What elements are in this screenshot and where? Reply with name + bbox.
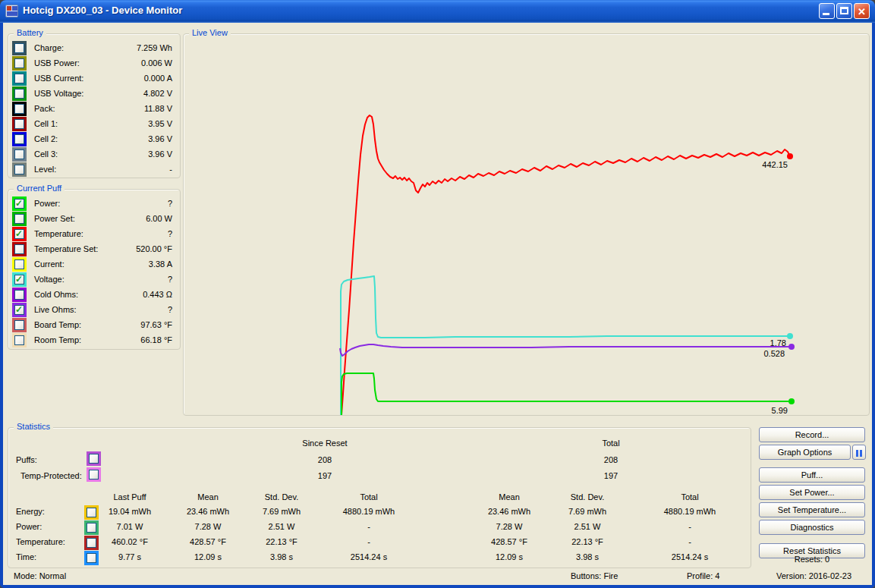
series-checkbox[interactable] [12,132,27,146]
legend-row: Cell 1:3.95 V [11,117,177,132]
checkbox-box [89,470,99,480]
legend-value: ? [168,275,172,284]
counter-label: Puffs: [16,455,37,464]
maximize-button[interactable] [836,3,852,19]
legend-value: 0.006 W [141,58,172,68]
stat-column-header: Total [652,492,728,502]
legend-row: USB Power:0.006 W [11,56,177,71]
diagnostics-button[interactable]: Diagnostics [759,520,865,535]
legend-label: Current: [34,259,65,269]
stat-cell: 7.69 mWh [236,507,327,516]
series-checkbox[interactable]: ✓ [12,303,27,317]
series-checkbox[interactable]: ✓ [12,227,27,241]
checkbox-box: ✓ [14,305,24,315]
legend-value: 6.00 W [146,214,172,223]
series-checkbox[interactable] [12,162,27,177]
stat-cell: 3.98 s [542,552,633,561]
legend-value: 3.96 V [148,149,172,159]
series-checkbox[interactable] [12,147,27,162]
app-window: Hotcig DX200_03 - Device Monitor ✕ Batte… [0,0,875,588]
checkbox-box: ✓ [14,199,24,209]
series-endpoint-power [788,398,795,404]
battery-rows: Charge:7.259 WhUSB Power:0.006 WUSB Curr… [11,41,177,178]
stat-cell: 428.57 °F [464,537,555,546]
stat-cell: 2514.24 s [644,552,735,561]
total-group-header: Total [581,439,641,448]
legend-label: Temperature Set: [34,244,98,253]
minimize-icon [823,13,829,15]
checkbox-box: ✓ [14,229,24,239]
legend-value: 3.96 V [148,134,172,143]
series-checkbox[interactable] [12,102,27,116]
current-puff-group: Current Puff ✓Power:?Power Set:6.00 W✓Te… [8,189,181,350]
counter-since-reset: 197 [294,471,355,480]
statistics-group: Statistics Since Reset Total Puffs:20820… [8,427,751,568]
legend-row: ✓Live Ohms:? [11,303,177,318]
record-button[interactable]: Record... [759,427,865,442]
legend-label: Power Set: [34,214,75,223]
series-checkbox[interactable] [12,117,27,131]
statistics-group-title: Statistics [14,422,53,431]
series-checkbox[interactable] [12,333,27,347]
legend-label: Power: [34,199,60,208]
series-checkbox[interactable]: ✓ [12,197,27,211]
stat-cell: 19.04 mWh [84,507,175,516]
stat-column-header: Mean [170,492,246,502]
legend-value: 4.802 V [143,89,172,98]
series-checkbox[interactable] [12,318,27,332]
titlebar[interactable]: Hotcig DX200_03 - Device Monitor ✕ [0,0,875,23]
stat-cell: 460.02 °F [84,537,175,546]
maximize-icon [840,7,848,14]
series-checkbox[interactable] [12,242,27,256]
legend-row: Level:- [11,162,177,178]
series-line-live-ohms [340,344,792,356]
current-puff-group-title: Current Puff [14,184,65,193]
series-checkbox[interactable] [12,71,27,86]
legend-value: 520.00 °F [136,244,172,253]
minimize-button[interactable] [819,3,835,19]
series-line-voltage [341,276,790,415]
set-temperature-button[interactable]: Set Temperature... [759,502,865,517]
graph-options-button[interactable]: Graph Options [759,445,851,460]
counter-total: 208 [581,455,641,464]
series-checkbox[interactable] [12,288,27,302]
stat-cell: - [644,522,735,531]
checkbox-box [14,244,24,254]
stat-row-label: Temperature: [16,537,65,546]
series-checkbox[interactable] [12,56,27,71]
legend-label: Board Temp: [34,320,81,329]
puff-button[interactable]: Puff... [759,467,865,483]
checkbox-box [14,119,24,129]
series-checkbox[interactable] [12,257,27,272]
checkbox-box [14,165,24,175]
legend-row: USB Current:0.000 A [11,71,177,86]
series-endpoint-live-ohms [788,344,795,350]
series-checkbox[interactable] [12,86,27,101]
live-view-chart: 442.151.780.5285.99 [184,38,869,415]
legend-value: 0.000 A [144,74,172,83]
set-power-button[interactable]: Set Power... [759,485,865,500]
check-icon: ✓ [15,228,24,239]
stat-column-header: Std. Dev. [549,492,625,502]
close-button[interactable]: ✕ [854,3,870,19]
series-checkbox[interactable] [12,41,27,55]
series-value-label-live-ohms: 0.528 [763,349,785,358]
stat-cell: 2514.24 s [323,552,414,561]
app-icon [5,5,18,17]
legend-label: USB Current: [34,74,83,83]
pause-icon [856,450,858,457]
stat-cell: - [323,522,414,531]
pause-button[interactable] [852,445,866,460]
legend-value: ? [168,199,172,208]
series-checkbox[interactable]: ✓ [12,272,27,287]
legend-label: USB Power: [34,58,80,68]
since-reset-header: Since Reset [294,439,355,448]
series-checkbox[interactable] [12,212,27,226]
stat-cell: 3.98 s [236,552,327,561]
series-checkbox[interactable] [87,467,101,482]
series-checkbox[interactable] [87,451,101,466]
status-bar: Mode: Normal Buttons: Fire Profile: 4 Ve… [3,568,872,585]
status-version: Version: 2016-02-23 [776,571,851,580]
stat-cell: 7.28 W [464,522,555,531]
legend-row: Board Temp:97.63 °F [11,318,177,333]
